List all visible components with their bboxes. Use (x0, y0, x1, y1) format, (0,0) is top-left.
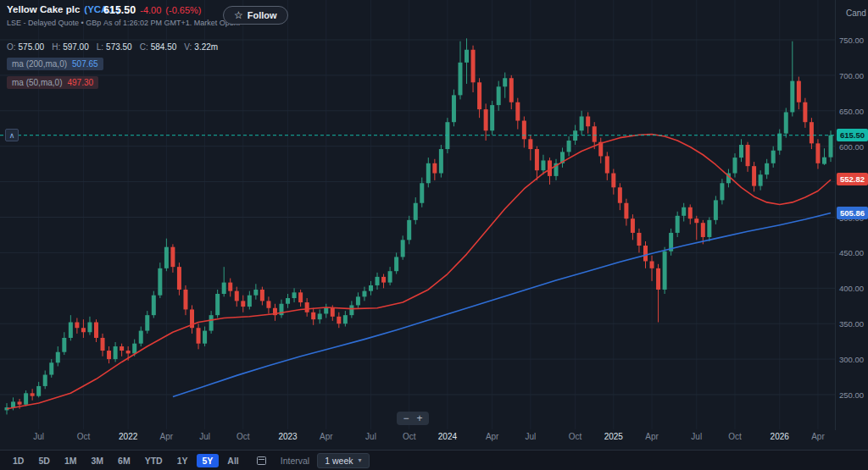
ohlc-legend: O: 575.00 H: 597.00 L: 573.50 C: 584.50 … (7, 42, 218, 52)
price-tick-label: 650.00 (839, 107, 864, 116)
open-label: O: (7, 42, 16, 52)
chart-type-dropdown[interactable]: Cand (846, 8, 866, 18)
ma200-value: 507.65 (72, 59, 98, 69)
time-tick-label: Oct (77, 432, 91, 441)
ma200-legend-chip[interactable]: ma (200,ma,0) 507.65 (7, 58, 103, 70)
follow-label: Follow (248, 10, 277, 20)
range-button-all[interactable]: All (221, 454, 244, 467)
price-change-pct: (-0.65%) (165, 5, 201, 15)
price-change: -4.00 (140, 5, 161, 15)
price-tick-label: 400.00 (839, 284, 864, 293)
price-tick-label: 350.00 (839, 319, 864, 329)
ma50-legend-chip[interactable]: ma (50,ma,0) 497.30 (7, 76, 98, 89)
range-button-1m[interactable]: 1M (58, 454, 83, 467)
legend-collapse-icon[interactable]: ∧ (5, 129, 19, 141)
low-label: L: (97, 42, 103, 52)
range-button-ytd[interactable]: YTD (139, 454, 169, 467)
last-price: 615.50 (103, 4, 136, 16)
zoom-out-button[interactable]: − (400, 412, 412, 424)
time-tick-label: Apr (645, 432, 659, 441)
time-tick-label: Apr (811, 432, 825, 441)
time-tick-label: Oct (236, 432, 250, 441)
time-tick-label: Jul (199, 432, 210, 441)
time-tick-label: Jul (691, 432, 702, 441)
time-tick-label: 2026 (771, 432, 789, 441)
zoom-in-button[interactable]: + (414, 412, 426, 424)
asof-info: As of 1:26:02 PM GMT+1. Market Open. (103, 19, 240, 27)
low-value: 573.50 (106, 42, 132, 52)
range-button-1y[interactable]: 1Y (171, 454, 194, 467)
interval-value: 1 week (325, 456, 353, 466)
price-badge: 615.50 (837, 129, 868, 141)
quote-header: Yellow Cake plc (YCA.L) 615.50 -4.00 (-0… (7, 4, 240, 27)
time-tick-label: Oct (728, 432, 742, 441)
price-tick-label: 450.00 (839, 248, 864, 257)
time-tick-label: Oct (569, 432, 582, 441)
time-axis[interactable]: JulOct2022AprJulOct2023AprJulOct2024AprJ… (0, 432, 835, 445)
range-button-3m[interactable]: 3M (85, 454, 109, 467)
close-label: C: (140, 42, 148, 52)
stock-chart-app: Yellow Cake plc (YCA.L) 615.50 -4.00 (-0… (0, 0, 868, 470)
price-tick-label: 600.00 (839, 142, 864, 152)
star-icon: ☆ (234, 9, 243, 21)
time-tick-label: 2025 (604, 432, 623, 441)
interval-label: Interval (281, 456, 309, 466)
exchange-info: LSE - Delayed Quote • GBp (7, 19, 95, 27)
date-range-button[interactable] (254, 454, 270, 467)
chart-toolbar: 1D5D1M3M6MYTD1Y5YAll Interval 1 week ▾ (0, 450, 868, 470)
time-tick-label: Oct (403, 432, 416, 441)
time-tick-label: Jul (365, 432, 376, 441)
ma50-value: 497.30 (67, 78, 93, 87)
high-label: H: (52, 42, 60, 52)
company-name: Yellow Cake plc (7, 4, 80, 14)
price-tick-label: 300.00 (839, 355, 864, 364)
price-tick-label: 750.00 (839, 36, 864, 45)
ma50-label: ma (50,ma,0) (12, 78, 62, 87)
time-tick-label: 2022 (119, 432, 137, 441)
close-value: 584.50 (151, 42, 177, 52)
ma200-label: ma (200,ma,0) (12, 59, 67, 69)
time-tick-label: Apr (320, 432, 333, 441)
range-button-5d[interactable]: 5D (32, 454, 55, 467)
price-badge: 552.82 (837, 173, 868, 185)
price-tick-label: 250.00 (839, 390, 864, 400)
interval-dropdown[interactable]: 1 week ▾ (317, 453, 369, 468)
price-tick-label: 700.00 (839, 71, 864, 80)
range-button-5y[interactable]: 5Y (197, 454, 220, 467)
chevron-down-icon: ▾ (358, 456, 361, 464)
time-tick-label: 2024 (438, 432, 457, 441)
time-tick-label: 2023 (278, 432, 297, 441)
time-tick-label: Apr (160, 432, 174, 441)
zoom-controls: − + (397, 412, 429, 425)
range-button-1d[interactable]: 1D (7, 454, 30, 467)
chart-legend: O: 575.00 H: 597.00 L: 573.50 C: 584.50 … (7, 42, 218, 89)
range-selector: 1D5D1M3M6MYTD1Y5YAll (7, 454, 245, 467)
volume-value: 3.22m (194, 42, 218, 52)
price-badge: 505.86 (837, 207, 868, 219)
price-axis[interactable]: 250.00300.00350.00400.00450.00500.00550.… (835, 0, 868, 430)
calendar-icon (257, 456, 266, 465)
open-value: 575.00 (19, 42, 45, 52)
follow-button[interactable]: ☆ Follow (223, 6, 288, 25)
high-value: 597.00 (63, 42, 89, 52)
range-button-6m[interactable]: 6M (112, 454, 136, 467)
time-tick-label: Jul (33, 432, 44, 441)
time-tick-label: Jul (525, 432, 536, 441)
volume-label: V: (184, 42, 192, 52)
time-tick-label: Apr (486, 432, 499, 441)
